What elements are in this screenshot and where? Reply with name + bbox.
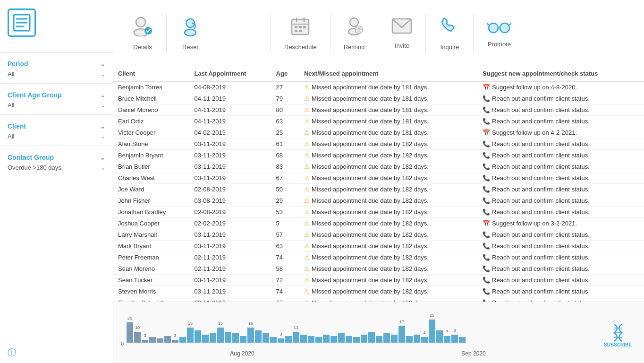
bar[interactable] xyxy=(202,335,209,343)
table-row[interactable]: Steven Morris 03-11-2019 74 ⚠Missed appo… xyxy=(113,286,644,297)
bar[interactable] xyxy=(383,333,390,343)
reschedule-button[interactable]: Reschedule xyxy=(275,11,326,55)
bar[interactable] xyxy=(149,337,156,343)
filter-contact-group-section: Contact Group ⌄ Overdue >180 days ⌄ xyxy=(0,148,113,175)
cell-missed: ⚠Missed appointment due date by 182 days… xyxy=(299,173,478,184)
table-row[interactable]: Daniel Moreno 04-11-2019 80 ⚠Missed appo… xyxy=(113,104,644,116)
filter-period-value[interactable]: All ⌄ xyxy=(8,69,105,79)
bar[interactable] xyxy=(315,337,322,343)
bar[interactable] xyxy=(217,328,224,343)
bar[interactable] xyxy=(157,338,163,343)
bar[interactable] xyxy=(346,336,352,343)
cell-age: 74 xyxy=(271,252,299,263)
table-row[interactable]: Benjamin Bryant 03-11-2019 68 ⚠Missed ap… xyxy=(113,150,644,161)
filter-contact-group-value[interactable]: Overdue >180 days ⌄ xyxy=(8,163,105,173)
bar[interactable] xyxy=(300,335,307,343)
bar[interactable] xyxy=(323,335,330,343)
table-row[interactable]: Joe Ward 02-08-2019 50 ⚠Missed appointme… xyxy=(113,184,644,195)
bar[interactable] xyxy=(187,328,194,343)
bar[interactable] xyxy=(368,332,375,343)
bar[interactable] xyxy=(225,332,231,343)
table-row[interactable]: Charles West 03-11-2019 67 ⚠Missed appoi… xyxy=(113,173,644,184)
bar[interactable] xyxy=(414,335,420,343)
promote-button[interactable]: Promote xyxy=(477,13,521,52)
bar-value-label: 3 xyxy=(280,332,282,337)
filter-client-age-group-title[interactable]: Client Age Group ⌄ xyxy=(8,89,105,101)
bar[interactable] xyxy=(398,326,405,343)
table-row[interactable]: Bruce Mitchell 04-11-2019 79 ⚠Missed app… xyxy=(113,93,644,104)
bar[interactable] xyxy=(285,336,292,343)
bar[interactable] xyxy=(195,330,201,343)
bar-group xyxy=(459,337,466,343)
bar[interactable] xyxy=(308,336,314,343)
bar[interactable] xyxy=(232,333,239,343)
bar[interactable] xyxy=(421,337,428,343)
reset-icon xyxy=(180,16,201,41)
warning-icon: ⚠ xyxy=(304,231,310,238)
bar[interactable] xyxy=(270,337,277,343)
inquire-button[interactable]: Inquire xyxy=(430,11,469,55)
bar[interactable] xyxy=(255,330,262,343)
bar[interactable] xyxy=(353,337,360,343)
bar[interactable] xyxy=(179,337,186,343)
bar[interactable] xyxy=(444,336,450,343)
bar[interactable] xyxy=(376,336,382,343)
bar[interactable] xyxy=(338,333,345,343)
bar[interactable] xyxy=(406,336,413,343)
table-row[interactable]: Jonathan Bradley 02-08-2019 53 ⚠Missed a… xyxy=(113,207,644,218)
reset-button[interactable]: Reset xyxy=(170,11,210,55)
table-row[interactable]: Sean Tucker 03-11-2019 72 ⚠Missed appoin… xyxy=(113,275,644,286)
bar[interactable] xyxy=(240,336,246,343)
invite-button[interactable]: Invite xyxy=(382,12,422,54)
table-row[interactable]: Joshua Cooper 02-02-2019 5 ⚠Missed appoi… xyxy=(113,218,644,229)
table-row[interactable]: Brian Butler 03-11-2019 83 ⚠Missed appoi… xyxy=(113,161,644,173)
bar[interactable] xyxy=(278,338,284,343)
bar[interactable] xyxy=(451,335,458,343)
details-button[interactable]: Details xyxy=(123,11,162,55)
bar-group: 3 xyxy=(142,340,148,343)
suggest-icon: 📞 xyxy=(483,152,490,159)
table-row[interactable]: Mark Bryant 03-11-2019 63 ⚠Missed appoin… xyxy=(113,241,644,252)
bar[interactable] xyxy=(164,336,171,343)
bar-value-label: 16 xyxy=(248,321,253,326)
table-row[interactable]: Alan Stone 03-11-2019 61 ⚠Missed appoint… xyxy=(113,138,644,150)
bar[interactable] xyxy=(172,340,178,343)
toolbar-divider xyxy=(271,14,271,52)
bar[interactable] xyxy=(127,322,133,343)
bar[interactable] xyxy=(459,337,466,343)
bar[interactable] xyxy=(142,340,148,343)
table-row[interactable]: Peter Freeman 02-11-2019 74 ⚠Missed appo… xyxy=(113,252,644,263)
table-row[interactable]: Benjamin Torres 04-08-2019 27 ⚠Missed ap… xyxy=(113,81,644,93)
table-row[interactable]: Timothy Schmidt 03-11-2019 67 ⚠Missed ap… xyxy=(113,297,644,302)
bar[interactable] xyxy=(293,332,299,343)
bar[interactable] xyxy=(247,328,254,343)
bar[interactable] xyxy=(210,333,216,343)
bar[interactable] xyxy=(263,333,269,343)
table-row[interactable]: Sean Moreno 02-11-2019 58 ⚠Missed appoin… xyxy=(113,263,644,275)
bar-group: 10 xyxy=(134,332,141,343)
filter-client-value[interactable]: All ⌄ xyxy=(8,132,105,142)
table-row[interactable]: Earl Ortiz 04-11-2019 63 ⚠Missed appoint… xyxy=(113,116,644,127)
bar[interactable] xyxy=(361,335,367,343)
filter-client-age-group-value[interactable]: All ⌄ xyxy=(8,101,105,111)
table-row[interactable]: Larry Marshall 03-11-2019 57 ⚠Missed app… xyxy=(113,229,644,241)
subscribe-dna-button[interactable]: SUBSCRIBE xyxy=(604,323,632,347)
bar[interactable] xyxy=(391,335,398,343)
table-row[interactable]: John Fisher 03-08-2019 29 ⚠Missed appoin… xyxy=(113,195,644,207)
bar[interactable] xyxy=(436,330,443,343)
filter-client-title[interactable]: Client ⌄ xyxy=(8,121,105,132)
suggest-icon: 📞 xyxy=(483,95,490,102)
envelope-icon xyxy=(391,17,412,39)
suggest-icon: 📞 xyxy=(483,277,490,284)
bar[interactable] xyxy=(134,332,141,343)
help-icon[interactable]: ⓘ xyxy=(8,347,16,358)
bar[interactable] xyxy=(429,320,435,343)
cell-missed: ⚠Missed appointment due date by 182 days… xyxy=(299,286,478,297)
table-row[interactable]: Victor Cooper 04-02-2019 25 ⚠Missed appo… xyxy=(113,127,644,138)
filter-contact-group-title[interactable]: Contact Group ⌄ xyxy=(8,152,105,163)
remind-button[interactable]: ? Remind xyxy=(334,11,374,55)
bar-group xyxy=(383,333,390,343)
bar[interactable] xyxy=(330,336,337,343)
filter-period-title[interactable]: Period ⌄ xyxy=(8,58,105,69)
col-header-client: Client xyxy=(113,66,189,81)
